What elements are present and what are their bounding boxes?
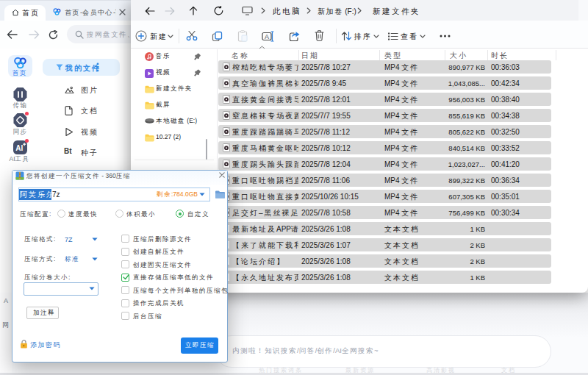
svg-text:A: A bbox=[265, 33, 269, 40]
svg-text:AI: AI bbox=[15, 144, 23, 152]
